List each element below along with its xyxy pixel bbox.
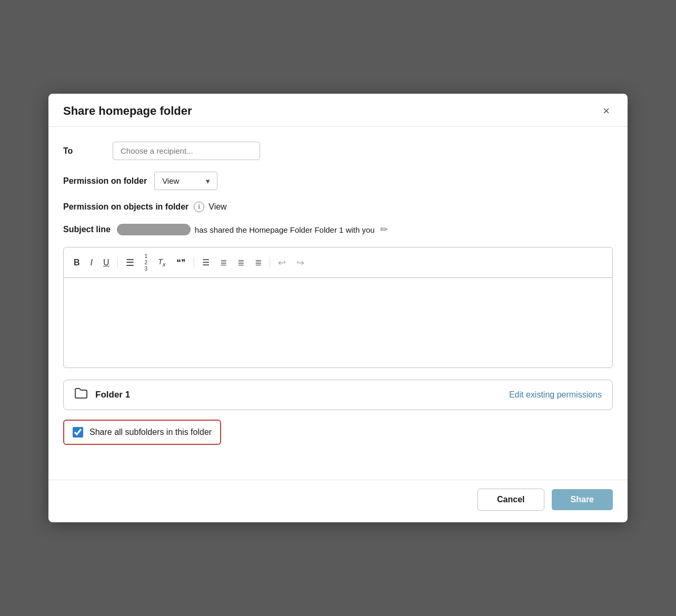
toolbar-divider-1 <box>117 257 118 269</box>
info-icon: i <box>194 202 204 212</box>
close-button[interactable]: × <box>600 104 613 118</box>
permission-objects-label: Permission on objects in folder <box>63 202 188 212</box>
permission-folder-select-wrapper: View Edit Admin ▼ <box>154 172 217 190</box>
subfolder-checkbox-label[interactable]: Share all subfolders in this folder <box>63 420 221 445</box>
clear-format-button[interactable]: Tx <box>153 255 170 270</box>
permission-objects-row: Permission on objects in folder i View <box>63 202 613 212</box>
modal-title: Share homepage folder <box>63 104 192 118</box>
subfolder-checkbox[interactable] <box>73 427 83 438</box>
modal-footer: Cancel Share <box>48 480 628 522</box>
edit-subject-icon[interactable]: ✏ <box>380 224 388 235</box>
subject-user-placeholder <box>117 224 191 235</box>
cancel-button[interactable]: Cancel <box>478 489 544 511</box>
message-body-input[interactable] <box>64 278 612 367</box>
toolbar-divider-3 <box>270 257 270 269</box>
permission-folder-label: Permission on folder <box>63 176 147 186</box>
editor-toolbar: B I U ☰ 1 2 3 Tx ❝❞ ☰ <box>64 247 612 278</box>
share-folder-modal: Share homepage folder × To Permission on… <box>48 94 628 522</box>
align-center-button[interactable]: ≣ <box>215 256 232 270</box>
align-left-button[interactable]: ☰ <box>197 256 214 270</box>
justify-button[interactable]: ≣ <box>250 256 266 270</box>
quote-button[interactable]: ❝❞ <box>172 256 191 270</box>
share-button[interactable]: Share <box>552 489 613 510</box>
to-label: To <box>63 146 105 156</box>
permission-folder-select[interactable]: View Edit Admin <box>154 172 217 190</box>
bold-button[interactable]: B <box>69 256 85 270</box>
italic-button[interactable]: I <box>86 256 97 270</box>
subject-text: has shared the Homepage Folder Folder 1 … <box>195 225 375 234</box>
message-editor: B I U ☰ 1 2 3 Tx ❝❞ ☰ <box>63 247 613 368</box>
folder-item-row: Folder 1 Edit existing permissions <box>63 380 613 410</box>
align-right-button[interactable]: ≣ <box>233 256 249 270</box>
recipient-input[interactable] <box>113 142 260 160</box>
subfolder-checkbox-text: Share all subfolders in this folder <box>90 428 212 437</box>
undo-button[interactable]: ↩ <box>273 255 291 270</box>
numbered-list-button[interactable]: 1 2 3 <box>140 251 153 274</box>
subfolder-checkbox-row: Share all subfolders in this folder <box>63 420 613 460</box>
modal-body: To Permission on folder View Edit Admin … <box>48 127 628 480</box>
toolbar-divider-2 <box>194 257 194 269</box>
redo-button[interactable]: ↪ <box>292 255 309 270</box>
permission-objects-value: View <box>208 202 226 212</box>
folder-name: Folder 1 <box>95 390 502 400</box>
underline-button[interactable]: U <box>98 256 114 270</box>
to-row: To <box>63 142 613 160</box>
bullet-list-button[interactable]: ☰ <box>121 255 139 270</box>
edit-permissions-link[interactable]: Edit existing permissions <box>509 390 602 400</box>
subject-label: Subject line <box>63 225 111 234</box>
folder-icon <box>74 388 88 402</box>
modal-header: Share homepage folder × <box>48 94 628 127</box>
permission-folder-row: Permission on folder View Edit Admin ▼ <box>63 172 613 190</box>
subject-row: Subject line has shared the Homepage Fol… <box>63 224 613 235</box>
